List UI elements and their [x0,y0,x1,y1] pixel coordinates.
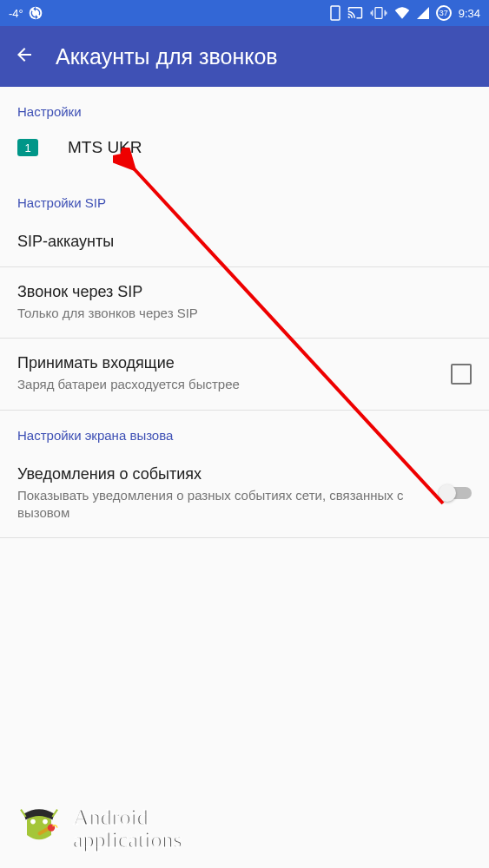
section-header-sip: Настройки SIP [0,178,489,217]
page-title: Аккаунты для звонков [56,44,278,69]
sip-call-sub: Только для звонков через SIP [17,305,461,322]
watermark-line2: applications [73,829,182,852]
portrait-icon [330,5,340,21]
content: Настройки 1 MTS UKR Настройки SIP SIP-ак… [0,87,489,538]
divider [0,537,489,538]
clock: 9:34 [459,7,480,20]
notifications-switch[interactable] [440,487,472,499]
wifi-icon [394,7,410,19]
temperature: -4° [9,7,23,20]
svg-rect-2 [375,8,382,19]
notifications-row[interactable]: Уведомления о событиях Показывать уведом… [0,450,489,538]
sip-call-row[interactable]: Звонок через SIP Только для звонков чере… [0,267,489,338]
svg-point-4 [30,819,36,825]
incoming-row[interactable]: Принимать входящие Заряд батареи расходу… [0,339,489,409]
cast-icon [347,7,363,20]
sim-account-row[interactable]: 1 MTS UKR [0,126,489,178]
watermark: Android applications [0,790,191,868]
sip-accounts-title: SIP-аккаунты [17,233,461,251]
notifications-title: Уведомления о событиях [17,465,430,483]
incoming-sub: Заряд батареи расходуется быстрее [17,376,440,393]
svg-point-5 [43,819,48,825]
section-header-call-screen: Настройки экрана вызова [0,411,489,450]
signal-icon [417,7,429,19]
svg-rect-1 [331,6,340,20]
back-button[interactable] [14,44,35,69]
battery-icon: 37 [436,5,452,21]
notifications-sub: Показывать уведомления о разных событиях… [17,487,430,523]
sip-call-title: Звонок через SIP [17,283,461,301]
sip-accounts-row[interactable]: SIP-аккаунты [0,217,489,266]
watermark-line1: Android [73,806,182,829]
section-header-settings: Настройки [0,87,489,126]
vibrate-icon [370,6,387,20]
app-bar: Аккаунты для звонков [0,26,489,87]
incoming-title: Принимать входящие [17,354,440,372]
status-bar: -4° 37 9:34 [0,0,489,26]
sync-icon [29,6,43,20]
incoming-checkbox[interactable] [451,364,472,385]
android-logo-icon [9,799,69,859]
sim-badge: 1 [17,139,38,156]
sim-label: MTS UKR [68,138,142,157]
